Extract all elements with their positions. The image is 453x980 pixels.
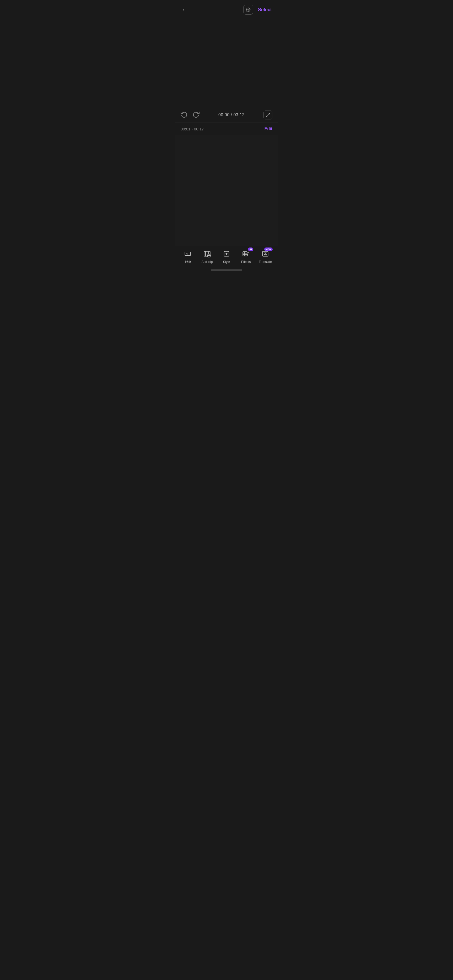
toolbar-item-aspect-ratio[interactable]: 16:9	[180, 248, 196, 265]
playback-controls: 00:00 / 03:12	[175, 107, 278, 123]
add-clip-label: Add clip	[202, 260, 213, 264]
phone-frame: ← Select	[175, 0, 278, 274]
clip-time-range: 00:01 - 00:17	[180, 127, 204, 131]
time-display: 00:00 / 03:12	[219, 113, 245, 117]
aspect-ratio-icon	[184, 250, 191, 258]
svg-rect-1	[247, 8, 250, 11]
effects-icon-container: AI	[241, 249, 250, 258]
svg-line-3	[266, 116, 267, 117]
clip-info-bar: 00:01 - 00:17 Edit	[175, 123, 278, 135]
toolbar-item-style[interactable]: T Style	[219, 248, 234, 265]
toolbar-item-effects[interactable]: AI Effects	[238, 248, 254, 265]
style-label: Style	[223, 260, 230, 264]
fullscreen-icon	[266, 113, 270, 117]
top-bar: ← Select	[175, 0, 278, 18]
edit-button[interactable]: Edit	[265, 126, 273, 131]
translate-new-badge: NEW	[264, 248, 273, 251]
svg-point-0	[248, 9, 249, 10]
bottom-toolbar: 16:9 Add clip	[175, 245, 278, 266]
svg-marker-5	[186, 253, 187, 255]
add-clip-icon-container	[203, 249, 212, 258]
effects-ai-badge: AI	[248, 248, 253, 251]
select-button[interactable]: Select	[257, 6, 273, 14]
style-icon: T	[223, 250, 230, 258]
effects-icon	[242, 250, 250, 258]
redo-button[interactable]	[193, 111, 199, 119]
timeline-area[interactable]	[175, 135, 278, 245]
aspect-ratio-icon-container	[183, 249, 192, 258]
undo-button[interactable]	[180, 111, 187, 119]
svg-text:T: T	[225, 252, 228, 256]
video-preview-area	[175, 18, 278, 107]
aspect-ratio-label: 16:9	[185, 260, 191, 264]
translate-label: Translate	[259, 260, 272, 264]
toolbar-item-add-clip[interactable]: Add clip	[199, 248, 215, 265]
toolbar-item-translate[interactable]: NEW Translate	[257, 248, 273, 265]
svg-rect-4	[185, 252, 191, 256]
translate-icon-container: NEW	[261, 249, 270, 258]
svg-line-2	[268, 113, 270, 115]
style-icon-container: T	[222, 249, 231, 258]
translate-icon	[262, 250, 269, 258]
toolbar-items: 16:9 Add clip	[175, 248, 278, 265]
top-right-controls: Select	[243, 5, 273, 15]
fullscreen-button[interactable]	[263, 111, 273, 119]
back-button[interactable]: ←	[180, 5, 188, 14]
effects-label: Effects	[241, 260, 250, 264]
settings-icon	[246, 7, 251, 12]
settings-icon-button[interactable]	[243, 5, 253, 15]
undo-redo-controls	[180, 111, 199, 119]
home-bar	[211, 269, 242, 270]
add-clip-icon	[203, 250, 211, 258]
home-indicator	[175, 266, 278, 274]
